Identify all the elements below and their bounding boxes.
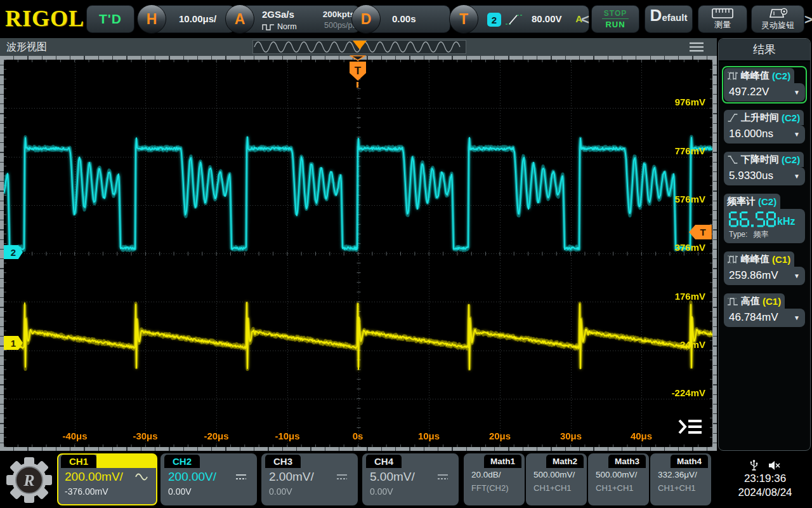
- run-label: RUN: [605, 20, 625, 29]
- ch1-active-bar: [96, 455, 156, 468]
- expand-arrow-icon[interactable]: ▼: [794, 131, 800, 138]
- frequency-counter-card[interactable]: 频率计 (C2) kHz Type: 频率: [722, 192, 807, 245]
- fall-time-icon: [727, 155, 738, 164]
- bottom-ruler: [0, 447, 717, 451]
- trigger-knob-label: T: [459, 11, 468, 28]
- trigger-status-button[interactable]: T'D: [86, 5, 134, 33]
- measurement-value: 259.86mV: [729, 269, 778, 282]
- waveform-overview-strip[interactable]: [252, 40, 466, 54]
- toolbar-scroll-left[interactable]: <: [581, 11, 589, 28]
- math1-scale: 20.0dB/: [465, 468, 523, 479]
- x-label: 10μs: [409, 431, 449, 442]
- measurement-value: 497.22V: [729, 86, 769, 98]
- x-label: 0s: [337, 431, 378, 442]
- default-initial: D: [650, 6, 662, 25]
- math3-expr: CH1+CH1: [589, 479, 648, 493]
- results-panel: 结果 峰峰值 (C2) 497.22V ▼ 上升时间 (C2): [718, 38, 811, 451]
- measurement-channel: (C2): [772, 70, 790, 81]
- default-button[interactable]: D efault: [645, 5, 693, 33]
- math-card-math4[interactable]: Math4 332.36μV/ CH1+CH1: [650, 453, 711, 505]
- resolution: 500ps/pt: [324, 21, 355, 30]
- math2-expr: CH1+CH1: [527, 479, 586, 493]
- math4-expr: CH1+CH1: [652, 479, 710, 493]
- ch2-offset: 0.00V: [162, 484, 256, 497]
- expand-arrow-icon[interactable]: ▼: [794, 89, 800, 96]
- counter-channel: (C2): [758, 196, 776, 207]
- bottom-status-bar: R CH1 200.00mV/ -376.00mV CH2 200.00V/: [0, 452, 812, 508]
- waveform-canvas[interactable]: [4, 60, 712, 447]
- toolbar-scroll-right[interactable]: >: [804, 11, 812, 28]
- y-label: 976mV: [655, 97, 705, 108]
- acquire-field[interactable]: 2GSa/s Norm 200kpts 500ps/pt: [240, 5, 360, 33]
- measurement-card-rise-c2[interactable]: 上升时间 (C2) 16.000ns ▼: [722, 108, 807, 145]
- measurement-channel: (C2): [782, 112, 800, 123]
- vtop-icon: [727, 297, 738, 306]
- math-card-math2[interactable]: Math2 500.00mV/ CH1+CH1: [526, 453, 587, 505]
- rise-time-icon: [727, 113, 738, 123]
- waveform-plot-area: T T 2 1 976mV 776mV 576mV 376mV 176mV -2…: [0, 56, 717, 451]
- measurement-card-vpp-c1[interactable]: 峰峰值 (C1) 259.86mV ▼: [722, 250, 807, 287]
- y-label: 776mV: [655, 145, 705, 157]
- expand-arrow-icon[interactable]: ▼: [794, 173, 800, 180]
- ch4-tab: CH4: [366, 455, 402, 468]
- expand-arrow-icon[interactable]: ▼: [794, 314, 800, 321]
- trigger-position-stem: [357, 82, 358, 88]
- x-label: -30μs: [125, 431, 166, 442]
- ch2-scale: 200.00V/: [168, 470, 216, 484]
- rigol-gear-logo[interactable]: R: [5, 455, 53, 505]
- ch1-offset: -376.00mV: [58, 484, 156, 497]
- frequency-counter-display: [729, 211, 776, 227]
- measurement-value: 46.784mV: [729, 311, 778, 324]
- ch1-tab: CH1: [61, 455, 96, 468]
- overview-trigger-marker[interactable]: [353, 41, 367, 50]
- menu-hamburger-icon[interactable]: [689, 42, 704, 52]
- math-card-math1[interactable]: Math1 20.0dB/ FFT(CH2): [464, 453, 525, 505]
- default-rest: efault: [662, 12, 687, 23]
- ch4-scale: 5.00mV/: [370, 470, 415, 484]
- channel-card-ch4[interactable]: CH4 5.00mV/ 0.00V: [362, 453, 459, 505]
- expand-arrow-icon[interactable]: ▼: [794, 272, 800, 279]
- y-label: 376mV: [655, 242, 705, 253]
- channel-card-ch3[interactable]: CH3 2.00mV/ 0.00V: [261, 453, 358, 505]
- measurement-channel: (C1): [772, 254, 790, 265]
- results-panel-title: 结果: [719, 39, 810, 62]
- channel-card-ch1[interactable]: CH1 200.00mV/ -376.00mV: [57, 453, 157, 505]
- quick-knob-button[interactable]: 灵动旋钮: [751, 5, 804, 33]
- delay-group: 0.00s D: [351, 4, 450, 34]
- channel-card-ch2[interactable]: CH2 200.00V/ 0.00V: [160, 453, 257, 505]
- trigger-source-badge[interactable]: 2: [487, 13, 501, 27]
- trigger-knob[interactable]: T: [449, 4, 478, 34]
- math4-tab: Math4: [671, 455, 708, 468]
- trigger-group: 2 80.00V A T: [449, 4, 575, 34]
- measurement-card-fall-c2[interactable]: 下降时间 (C2) 5.9330us ▼: [722, 150, 807, 187]
- stop-run-button[interactable]: STOP RUN: [591, 5, 639, 33]
- horizontal-knob[interactable]: H: [137, 4, 166, 34]
- acq-mode: Norm: [277, 22, 297, 31]
- sample-rate: 2GSa/s: [262, 9, 294, 20]
- measurement-card-vpp-c2[interactable]: 峰峰值 (C2) 497.22V ▼: [722, 66, 807, 104]
- x-label: -20μs: [196, 431, 237, 442]
- measurement-label: 峰峰值: [741, 253, 769, 265]
- trigger-field[interactable]: 2 80.00V A: [464, 5, 589, 33]
- measure-label: 测量: [714, 19, 731, 30]
- delay-knob[interactable]: D: [351, 4, 381, 34]
- clock-block[interactable]: 23:19:36 2024/08/24: [718, 453, 812, 505]
- status-time: 23:19:36: [744, 472, 786, 485]
- ch3-scale: 2.00mV/: [269, 470, 314, 484]
- measurement-channel: (C2): [782, 154, 800, 165]
- y-label: 576mV: [655, 194, 705, 205]
- waveform-view-header: 波形视图: [0, 38, 717, 56]
- dc-coupling-icon: [436, 473, 450, 481]
- measurement-label: 上升时间: [741, 112, 779, 124]
- plot-menu-icon[interactable]: [675, 418, 704, 436]
- math-card-math3[interactable]: Math3 500.00mV/ CH1+CH1: [588, 453, 649, 505]
- trigger-status-label: T'D: [99, 11, 122, 27]
- math1-tab: Math1: [484, 455, 521, 468]
- usb-icon: [750, 460, 758, 471]
- vpp-icon: [727, 255, 738, 264]
- math1-expr: FFT(CH2): [465, 479, 523, 493]
- measurement-card-vtop-c1[interactable]: 高值 (C1) 46.784mV ▼: [722, 291, 807, 329]
- measure-button[interactable]: 测量: [698, 5, 747, 33]
- acquire-knob[interactable]: A: [225, 4, 254, 34]
- dc-coupling-icon: [335, 473, 349, 481]
